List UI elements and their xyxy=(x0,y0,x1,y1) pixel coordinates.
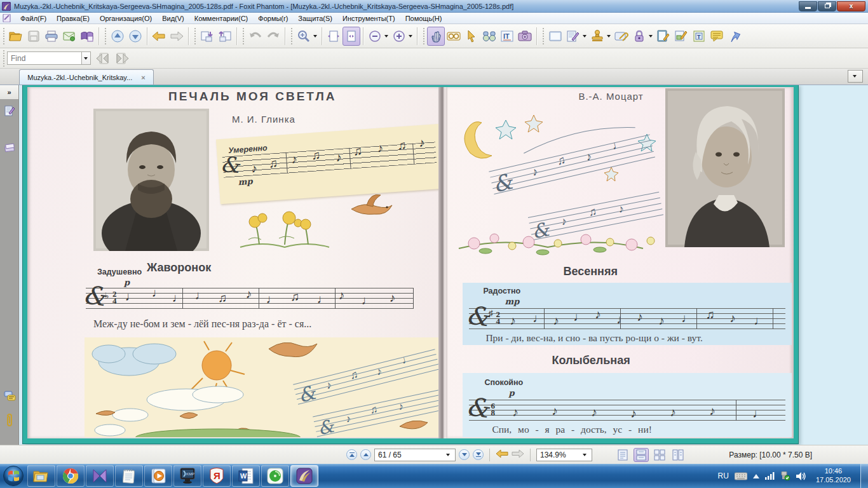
first-page-button[interactable] xyxy=(346,449,357,460)
continuous-view-button[interactable] xyxy=(634,448,649,462)
share-button[interactable] xyxy=(726,27,743,46)
taskbar-kmplayer[interactable] xyxy=(86,465,114,487)
menu-help[interactable]: Помощь(Н) xyxy=(400,14,447,23)
next-view-button[interactable] xyxy=(126,27,144,46)
undo-button[interactable] xyxy=(247,27,264,46)
toolbar-grip[interactable] xyxy=(422,28,425,44)
find-input[interactable] xyxy=(7,51,82,65)
previous-view-button[interactable] xyxy=(109,27,126,46)
restore-button[interactable] xyxy=(818,1,836,11)
toolbar-grip[interactable] xyxy=(104,28,107,44)
taskbar-word[interactable]: W xyxy=(232,465,260,487)
taskbar-notepad[interactable] xyxy=(115,465,143,487)
show-desktop-button[interactable] xyxy=(860,464,868,488)
network-signal-icon[interactable] xyxy=(765,472,775,480)
find-options-dropdown[interactable] xyxy=(82,51,91,65)
print-button[interactable] xyxy=(43,27,60,46)
hidden-icons-button[interactable] xyxy=(753,474,759,478)
go-back-button[interactable] xyxy=(150,27,168,46)
menu-protect[interactable]: Защита(S) xyxy=(293,14,337,23)
taskbar-kmp-monitor[interactable]: KMP xyxy=(173,465,201,487)
tab-close-icon[interactable]: × xyxy=(141,74,145,81)
find-previous-button[interactable] xyxy=(93,51,111,66)
zoom-tool-button[interactable] xyxy=(295,27,313,46)
read-mode-button[interactable] xyxy=(445,27,463,46)
previous-page-button[interactable] xyxy=(360,449,371,460)
note-comment-button[interactable] xyxy=(708,27,726,46)
single-page-button[interactable] xyxy=(546,27,564,46)
zoom-out-dropdown[interactable] xyxy=(384,35,388,37)
taskbar-explorer[interactable] xyxy=(27,465,55,487)
attach-file-button[interactable] xyxy=(613,27,630,46)
toolbar-grip[interactable] xyxy=(241,28,245,44)
next-page-button[interactable] xyxy=(459,449,470,460)
zoom-tool-dropdown[interactable] xyxy=(313,35,317,37)
last-page-button[interactable] xyxy=(473,449,484,460)
volume-icon[interactable] xyxy=(796,472,806,480)
go-forward-button[interactable] xyxy=(168,27,186,46)
start-button[interactable] xyxy=(0,464,27,488)
menu-file[interactable]: Файл(F) xyxy=(15,14,51,23)
find-next-button[interactable] xyxy=(114,51,132,66)
edit-page-button[interactable] xyxy=(564,27,582,46)
edit-document-button[interactable] xyxy=(654,27,672,46)
document-tab[interactable]: Muzyka.-2kl.-Uchebnik_Kritskay... × xyxy=(19,69,154,85)
password-button[interactable] xyxy=(630,27,648,46)
minimize-button[interactable] xyxy=(799,1,817,11)
edit-object-button[interactable] xyxy=(672,27,690,46)
menu-organize[interactable]: Организация(О) xyxy=(95,14,157,23)
hand-tool-button[interactable] xyxy=(427,27,445,46)
email-button[interactable] xyxy=(60,27,78,46)
password-dropdown[interactable] xyxy=(649,35,653,37)
open-button[interactable] xyxy=(7,27,25,46)
organizer-button[interactable] xyxy=(78,27,96,46)
select-annotation-button[interactable] xyxy=(463,27,480,46)
menu-view[interactable]: Вид(V) xyxy=(157,14,189,23)
extract-pages-button[interactable] xyxy=(216,27,234,46)
toolbar-grip[interactable] xyxy=(541,28,545,44)
facing-view-button[interactable] xyxy=(652,448,667,462)
snapshot-button[interactable] xyxy=(516,27,534,46)
select-text-button[interactable]: IT xyxy=(498,27,516,46)
redo-button[interactable] xyxy=(264,27,282,46)
history-back-button[interactable] xyxy=(496,449,508,460)
menu-edit[interactable]: Правка(E) xyxy=(51,14,95,23)
save-button[interactable] xyxy=(25,27,43,46)
insert-pages-button[interactable] xyxy=(198,27,216,46)
clock[interactable]: 10:46 17.05.2020 xyxy=(816,467,851,485)
comments-panel-button[interactable] xyxy=(3,390,16,403)
toolbar-grip[interactable] xyxy=(193,28,196,44)
attachments-panel-button[interactable] xyxy=(3,414,16,427)
fit-page-button[interactable] xyxy=(342,27,360,46)
menu-forms[interactable]: Формы(r) xyxy=(253,14,293,23)
toolbar-grip[interactable] xyxy=(290,28,293,44)
zoom-out-button[interactable] xyxy=(366,27,384,46)
history-forward-button[interactable] xyxy=(512,449,524,460)
keyboard-icon[interactable] xyxy=(735,472,747,480)
taskbar-media-player[interactable] xyxy=(144,465,172,487)
stamp-dropdown[interactable] xyxy=(607,35,611,37)
findbar-grip[interactable] xyxy=(2,50,5,67)
menu-comments[interactable]: Комментарии(С) xyxy=(189,14,254,23)
menu-tools[interactable]: Инструменты(Т) xyxy=(337,14,400,23)
taskbar-chrome[interactable] xyxy=(57,465,85,487)
zoom-combo[interactable]: 134.9% xyxy=(536,449,592,461)
page-canvas[interactable]: ПЕЧАЛЬ МОЯ СВЕТЛА xyxy=(19,85,868,445)
typewriter-button[interactable]: T xyxy=(690,27,708,46)
toolbar-grip[interactable] xyxy=(2,28,5,44)
bookmarks-panel-button[interactable] xyxy=(3,104,16,117)
edit-page-dropdown[interactable] xyxy=(583,35,587,37)
fit-width-button[interactable] xyxy=(325,27,342,46)
page-number-combo[interactable]: 61 / 65 xyxy=(374,449,456,461)
usb-device-icon[interactable] xyxy=(780,471,790,480)
expand-panel-button[interactable]: » xyxy=(0,85,18,99)
tab-list-button[interactable] xyxy=(848,70,863,83)
stamp-button[interactable] xyxy=(588,27,606,46)
zoom-in-button[interactable] xyxy=(390,27,408,46)
single-page-view-button[interactable] xyxy=(615,448,630,462)
taskbar-yandex[interactable]: Я xyxy=(203,465,231,487)
layers-panel-button[interactable] xyxy=(3,141,16,154)
taskbar-megafon[interactable] xyxy=(261,465,289,487)
language-indicator[interactable]: RU xyxy=(718,471,729,480)
close-button[interactable]: x xyxy=(837,1,865,11)
